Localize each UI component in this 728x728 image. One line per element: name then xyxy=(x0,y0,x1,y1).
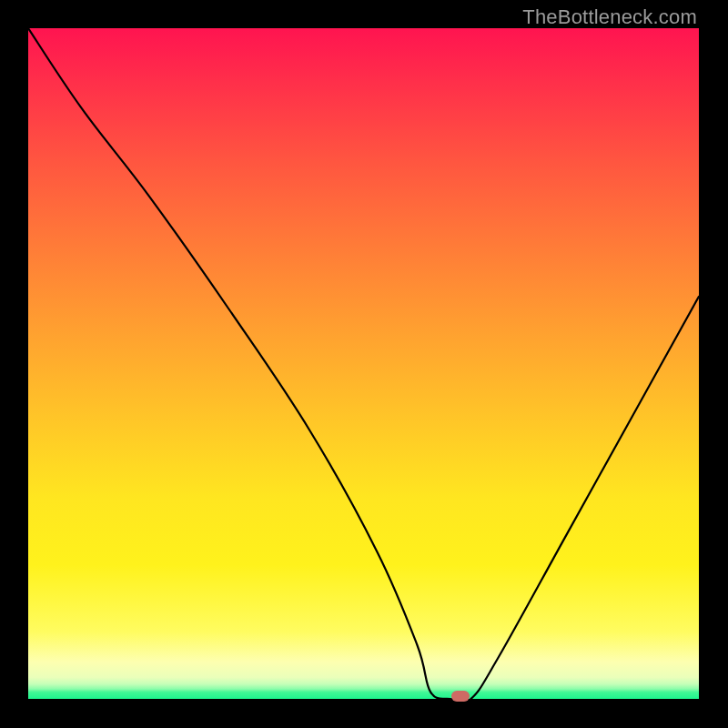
attribution-text: TheBottleneck.com xyxy=(522,5,697,29)
optimal-point-marker xyxy=(451,691,470,702)
plot-area xyxy=(28,28,699,699)
chart-frame: TheBottleneck.com xyxy=(0,0,728,728)
bottleneck-curve xyxy=(28,28,699,699)
